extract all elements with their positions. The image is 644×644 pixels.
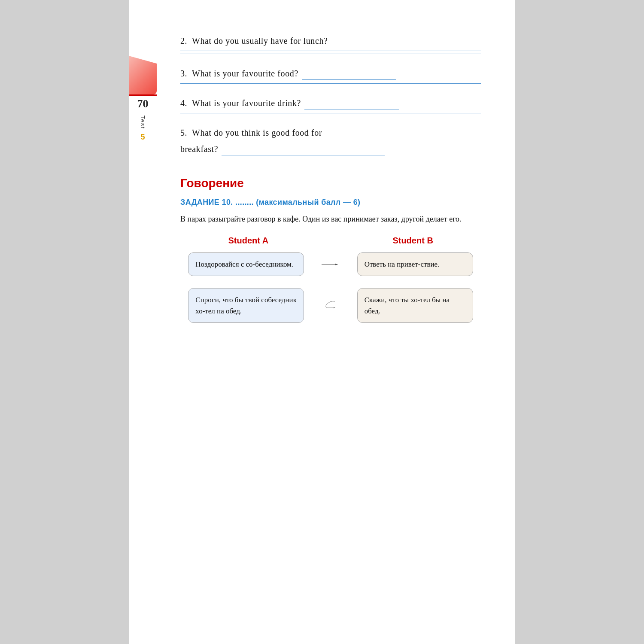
- question-5-text: 5. What do you think is good food for: [180, 126, 481, 139]
- question-5: 5. What do you think is good food for br…: [180, 126, 481, 159]
- dialog-row-1: Поздоровайся с со-беседником. Ответь на …: [180, 252, 481, 276]
- dialog-box-a2: Спроси, что бы твой собеседник хо-тел на…: [188, 288, 304, 323]
- arrow-svg-2: [320, 299, 341, 312]
- dialog-box-a1: Поздоровайся с со-беседником.: [188, 252, 304, 276]
- answer-line-4b: [180, 113, 481, 113]
- header-student-b: Student B: [349, 236, 477, 246]
- dialog-box-b1: Ответь на привет-ствие.: [357, 252, 473, 276]
- arrow-2: [320, 299, 341, 312]
- answer-line-5a: [222, 155, 385, 155]
- page: 70 Test 5 2. What do you usually have fo…: [129, 0, 515, 644]
- dialog-headers: Student A Student B: [180, 236, 481, 246]
- answer-line-4: [304, 109, 399, 109]
- question-2: 2. What do you usually have for lunch?: [180, 34, 481, 54]
- left-tab: 70 Test 5: [129, 56, 157, 142]
- answer-line-2b: [180, 54, 481, 54]
- question-3-text: 3. What is your favourite food?: [180, 67, 481, 80]
- header-student-a: Student A: [184, 236, 313, 246]
- zadanie-label: ЗАДАНИЕ 10. ........ (максимальный балл …: [180, 198, 481, 207]
- question-3: 3. What is your favourite food?: [180, 67, 481, 84]
- govorenie-section: Говорение ЗАДАНИЕ 10. ........ (максимал…: [180, 176, 481, 323]
- question-2-text: 2. What do you usually have for lunch?: [180, 34, 481, 47]
- dialog-section: Student A Student B Поздоровайся с со-бе…: [180, 236, 481, 323]
- questions-section: 2. What do you usually have for lunch? 3…: [180, 26, 481, 159]
- answer-line-2a: [180, 51, 481, 51]
- section-description: В парах разыграйте разговор в кафе. Один…: [180, 213, 481, 225]
- tab-label: Test: [140, 112, 146, 133]
- dialog-box-b2: Скажи, что ты хо-тел бы на обед.: [357, 288, 473, 323]
- answer-line-5b: [180, 159, 481, 159]
- section-title: Говорение: [180, 176, 481, 190]
- arrow-svg-1: [320, 258, 341, 271]
- question-4-text: 4. What is your favourite drink?: [180, 97, 481, 109]
- tab-page-number: 70: [129, 94, 157, 112]
- tab-test-number: 5: [140, 133, 145, 142]
- arrow-1: [320, 258, 341, 271]
- tab-decoration: [129, 56, 157, 94]
- answer-line-3: [302, 79, 396, 80]
- question-5-text2: breakfast?: [180, 143, 481, 155]
- answer-line-3b: [180, 83, 481, 84]
- dialog-row-2: Спроси, что бы твой собеседник хо-тел на…: [180, 288, 481, 323]
- question-4: 4. What is your favourite drink?: [180, 97, 481, 113]
